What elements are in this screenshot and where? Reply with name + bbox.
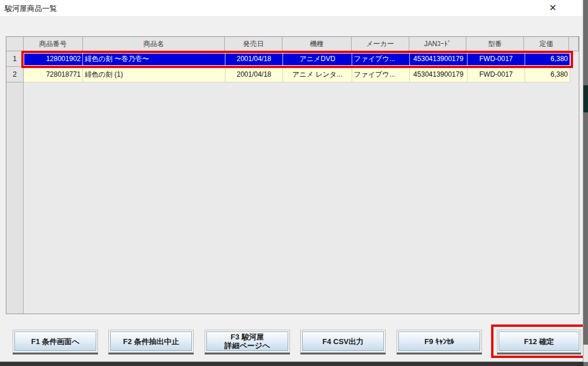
- cell-model-no[interactable]: FWD-0017: [468, 67, 525, 82]
- cell-product-no[interactable]: 128001902: [24, 51, 83, 67]
- grid-header-row: 商品番号 商品名 発売日 機種 メーカー JANｺｰﾄﾞ 型番 定価: [6, 37, 579, 51]
- row-header-strip: [6, 82, 24, 314]
- column-header-price[interactable]: 定価: [524, 37, 569, 51]
- cell-release-date[interactable]: 2001/04/18: [225, 51, 283, 67]
- background-window-edge: [583, 345, 588, 362]
- title-bar: 駿河屋商品一覧 ✕: [0, 0, 583, 17]
- f4-button-frame: F4 CSV出力: [300, 330, 386, 353]
- f12-confirm-button[interactable]: F12 確定: [499, 331, 579, 351]
- cell-jan-code[interactable]: 4530413900179: [410, 51, 468, 67]
- column-header-platform[interactable]: 機種: [282, 37, 352, 51]
- f1-button-frame: F1 条件画面へ: [13, 330, 98, 353]
- column-header-maker[interactable]: メーカー: [352, 37, 409, 51]
- column-header-release-date[interactable]: 発売日: [225, 37, 282, 51]
- cell-platform[interactable]: アニメ レンタ...: [283, 67, 352, 82]
- f2-abort-extraction-button[interactable]: F2 条件抽出中止: [110, 331, 192, 351]
- row-number[interactable]: 2: [6, 67, 24, 82]
- column-header-product-no[interactable]: 商品番号: [24, 37, 83, 51]
- cell-product-no[interactable]: 728018771: [24, 67, 83, 82]
- desktop-background-strip: [583, 0, 588, 366]
- taskbar-strip: [0, 362, 583, 366]
- product-grid: 商品番号 商品名 発売日 機種 メーカー JANｺｰﾄﾞ 型番 定価 1 128…: [6, 36, 579, 314]
- cell-product-name[interactable]: 緋色の刻 (1): [83, 67, 225, 82]
- cell-model-no[interactable]: FWD-0017: [468, 51, 525, 67]
- close-icon[interactable]: ✕: [544, 1, 561, 15]
- f2-button-frame: F2 条件抽出中止: [108, 330, 194, 353]
- column-header-spacer: [569, 37, 579, 51]
- desktop-background-block: [583, 85, 588, 112]
- f12-button-frame: F12 確定: [497, 330, 581, 353]
- cell-maker[interactable]: ファイブウ...: [352, 51, 410, 67]
- cell-platform[interactable]: アニメDVD: [283, 51, 352, 67]
- column-header-product-name[interactable]: 商品名: [83, 37, 225, 51]
- table-row[interactable]: 2 728018771 緋色の刻 (1) 2001/04/18 アニメ レンタ.…: [6, 67, 579, 82]
- cell-release-date[interactable]: 2001/04/18: [225, 67, 283, 82]
- cell-price[interactable]: 6,380: [525, 51, 570, 67]
- f9-cancel-button[interactable]: F9 ｷｬﾝｾﾙ: [398, 331, 480, 351]
- f3-button-label-line2: 詳細ページへ: [225, 341, 270, 350]
- app-window: 駿河屋商品一覧 ✕ 商品番号 商品名 発売日 機種 メーカー JANｺｰﾄﾞ 型…: [0, 0, 583, 362]
- window-title: 駿河屋商品一覧: [5, 3, 57, 14]
- f3-surugaya-detail-page-button[interactable]: F3 駿河屋 詳細ページへ: [206, 331, 288, 351]
- f3-button-label-line1: F3 駿河屋: [231, 333, 264, 341]
- cell-product-name[interactable]: 緋色の刻 〜巻乃壱〜: [83, 51, 225, 67]
- table-row-selected[interactable]: 1 128001902 緋色の刻 〜巻乃壱〜 2001/04/18 アニメDVD…: [6, 51, 579, 67]
- row-number[interactable]: 1: [6, 51, 24, 67]
- f1-condition-screen-button[interactable]: F1 条件画面へ: [14, 331, 96, 351]
- cell-maker[interactable]: ファイブウ...: [352, 67, 410, 82]
- f3-button-frame: F3 駿河屋 詳細ページへ: [205, 330, 290, 353]
- column-header-model-no[interactable]: 型番: [466, 37, 524, 51]
- cell-jan-code[interactable]: 4530413900179: [410, 67, 468, 82]
- cell-price[interactable]: 6,380: [525, 67, 570, 82]
- grid-corner-cell: [6, 37, 24, 51]
- f9-button-frame: F9 ｷｬﾝｾﾙ: [397, 330, 482, 353]
- f4-csv-export-button[interactable]: F4 CSV出力: [302, 331, 384, 351]
- column-header-jan-code[interactable]: JANｺｰﾄﾞ: [409, 37, 467, 51]
